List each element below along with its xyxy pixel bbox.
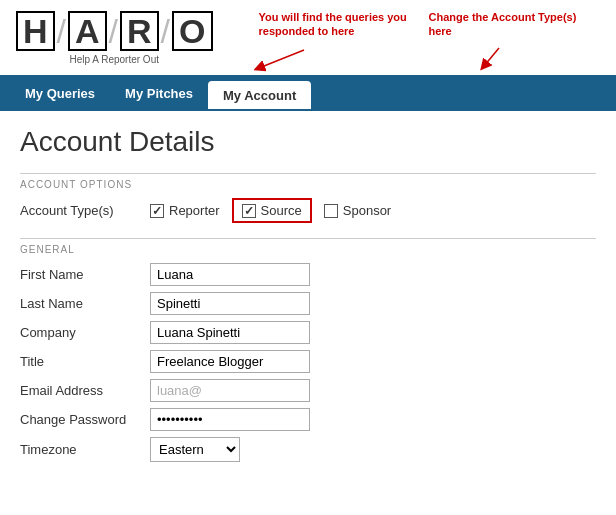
logo-r: R — [120, 11, 159, 51]
timezone-label: Timezone — [20, 442, 150, 457]
password-input[interactable] — [150, 408, 310, 431]
first-name-input[interactable] — [150, 263, 310, 286]
logo-o: O — [172, 11, 212, 51]
sponsor-checkbox[interactable] — [324, 204, 338, 218]
general-section: GENERAL First Name Last Name Company Tit… — [20, 238, 596, 462]
logo: H / A / R / O Help A Reporter Out — [15, 10, 214, 65]
source-check-mark: ✓ — [244, 204, 254, 218]
nav-item-my-account[interactable]: My Account — [208, 81, 311, 109]
password-label: Change Password — [20, 412, 150, 427]
last-name-input[interactable] — [150, 292, 310, 315]
company-input[interactable] — [150, 321, 310, 344]
navbar: My Queries My Pitches My Account — [0, 75, 616, 111]
account-options-section: ACCOUNT OPTIONS Account Type(s) ✓ Report… — [20, 173, 596, 223]
last-name-label: Last Name — [20, 296, 150, 311]
page-title: Account Details — [20, 126, 596, 158]
logo-h: H — [16, 11, 55, 51]
reporter-check-mark: ✓ — [152, 204, 162, 218]
logo-a: A — [68, 11, 107, 51]
sponsor-label: Sponsor — [343, 203, 391, 218]
email-row: Email Address — [20, 379, 596, 402]
title-input[interactable] — [150, 350, 310, 373]
first-name-row: First Name — [20, 263, 596, 286]
logo-slash1: / — [57, 14, 66, 48]
account-types-label: Account Type(s) — [20, 203, 150, 218]
arrows-svg — [229, 10, 602, 75]
content: Account Details ACCOUNT OPTIONS Account … — [0, 111, 616, 483]
account-types: ✓ Reporter ✓ Source Sponsor — [150, 198, 391, 223]
email-label: Email Address — [20, 383, 150, 398]
account-type-reporter[interactable]: ✓ Reporter — [150, 203, 220, 218]
logo-tagline: Help A Reporter Out — [70, 54, 160, 65]
company-label: Company — [20, 325, 150, 340]
source-label: Source — [261, 203, 302, 218]
account-type-source[interactable]: ✓ Source — [232, 198, 312, 223]
last-name-row: Last Name — [20, 292, 596, 315]
general-label: GENERAL — [20, 239, 596, 263]
nav-item-my-pitches[interactable]: My Pitches — [110, 75, 208, 111]
nav-item-my-queries[interactable]: My Queries — [10, 75, 110, 111]
source-checkbox[interactable]: ✓ — [242, 204, 256, 218]
email-input[interactable] — [150, 379, 310, 402]
timezone-row: Timezone Eastern Central Mountain Pacifi… — [20, 437, 596, 462]
first-name-label: First Name — [20, 267, 150, 282]
account-options-label: ACCOUNT OPTIONS — [20, 174, 596, 198]
title-row: Title — [20, 350, 596, 373]
logo-slash2: / — [109, 14, 118, 48]
svg-line-1 — [484, 48, 499, 66]
timezone-select[interactable]: Eastern Central Mountain Pacific — [150, 437, 240, 462]
account-types-row: Account Type(s) ✓ Reporter ✓ Source — [20, 198, 596, 223]
reporter-checkbox[interactable]: ✓ — [150, 204, 164, 218]
logo-slash3: / — [161, 14, 170, 48]
account-type-sponsor[interactable]: Sponsor — [324, 203, 391, 218]
company-row: Company — [20, 321, 596, 344]
password-row: Change Password — [20, 408, 596, 431]
reporter-label: Reporter — [169, 203, 220, 218]
title-label: Title — [20, 354, 150, 369]
svg-line-0 — [259, 50, 304, 68]
